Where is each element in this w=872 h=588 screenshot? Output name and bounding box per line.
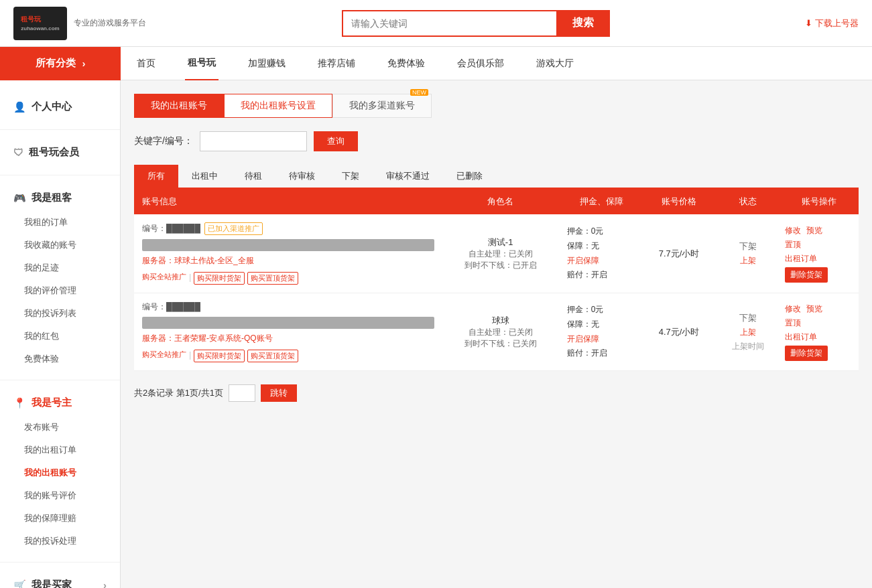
- account-info-2: 编号：██████ ████████████████████ 服务器：王者荣耀-…: [142, 301, 434, 362]
- nav-item-join[interactable]: 加盟赚钱: [245, 47, 288, 80]
- promo-link-full-1[interactable]: 购买全站推广: [142, 272, 186, 285]
- account-name-blur-2: ████████████████████: [142, 317, 434, 329]
- query-button[interactable]: 查询: [314, 131, 358, 151]
- nav-item-vip[interactable]: 会员俱乐部: [454, 47, 507, 80]
- logo-area: 租号玩zuhaowan.com 专业的游戏服务平台: [13, 7, 146, 40]
- edit-btn-2[interactable]: 修改: [785, 303, 801, 315]
- sidebar-item-complaint-handle[interactable]: 我的投诉处理: [0, 530, 120, 553]
- user-icon: 👤: [13, 101, 26, 113]
- sidebar-section-profile: 👤 个人中心: [0, 87, 120, 127]
- sidebar-item-profile[interactable]: 👤 个人中心: [0, 94, 120, 120]
- all-category-label: 所有分类: [36, 57, 76, 70]
- edit-btn-1[interactable]: 修改: [785, 225, 801, 236]
- sidebar-title-renter[interactable]: 🎮 我是租客: [0, 185, 120, 211]
- sidebar-item-review[interactable]: 我的评价管理: [0, 279, 120, 302]
- divider-1: [0, 129, 120, 130]
- cell-deposit-2: 押金：0元 保障：无 开启保障 赔付：开启: [562, 293, 641, 371]
- all-category-button[interactable]: 所有分类 ›: [0, 47, 121, 80]
- sidebar-item-vip[interactable]: 🛡 租号玩会员: [0, 139, 120, 165]
- filter-tab-review[interactable]: 待审核: [275, 165, 328, 188]
- page-input[interactable]: [229, 384, 255, 402]
- search-label: 关键字/编号：: [134, 135, 193, 147]
- status-up-link-1[interactable]: 上架: [740, 255, 756, 267]
- order-btn-2[interactable]: 出租订单: [785, 332, 817, 343]
- promo-link-full-2[interactable]: 购买全站推广: [142, 350, 186, 362]
- deposit-value-1: 押金：0元: [567, 224, 636, 239]
- filter-tab-all[interactable]: 所有: [134, 165, 178, 188]
- nav-item-hall[interactable]: 游戏大厅: [534, 47, 576, 80]
- header: 租号玩zuhaowan.com 专业的游戏服务平台 搜索 ⬇ 下载上号器: [0, 0, 872, 47]
- tab-multi-channel[interactable]: 我的多渠道账号: [332, 94, 432, 118]
- sidebar-item-free-trial[interactable]: 免费体验: [0, 348, 120, 370]
- offline-2: 到时不下线：已关闭: [445, 338, 556, 350]
- cell-account-info-2: 编号：██████ ████████████████████ 服务器：王者荣耀-…: [134, 293, 440, 371]
- cell-price-1: 7.7元/小时: [641, 214, 717, 293]
- sidebar-item-coupon[interactable]: 我的红包: [0, 325, 120, 348]
- nav-item-zuhaowan[interactable]: 租号玩: [185, 47, 219, 80]
- delete-btn-1[interactable]: 删除货架: [785, 267, 828, 283]
- status-up-time-2[interactable]: 上架时间: [732, 341, 764, 352]
- search-input[interactable]: [342, 10, 556, 37]
- compensation-1: 赔付：开启: [567, 268, 636, 283]
- filter-tab-rejected[interactable]: 审核不通过: [373, 165, 443, 188]
- preview-btn-2[interactable]: 预览: [806, 303, 822, 315]
- cell-actions-1: 修改 预览 置顶 出租订单 删除货架: [780, 214, 859, 293]
- filter-tab-deleted[interactable]: 已删除: [443, 165, 496, 188]
- jump-button[interactable]: 跳转: [261, 384, 297, 402]
- promo-link-time-2[interactable]: 购买限时货架: [194, 350, 245, 362]
- keyword-input[interactable]: [200, 131, 307, 151]
- table-row: 编号：██████ 已加入渠道推广 ████████████████████ 服…: [134, 214, 859, 293]
- promo-link-time-1[interactable]: 购买限时货架: [194, 272, 245, 285]
- sidebar-item-rent-orders[interactable]: 我的出租订单: [0, 439, 120, 461]
- account-id-1: 编号：██████ 已加入渠道推广: [142, 222, 434, 235]
- sidebar-item-complaint[interactable]: 我的投诉列表: [0, 302, 120, 325]
- sidebar-item-buyer[interactable]: 🛒 我是买家 ›: [0, 572, 120, 588]
- filter-tab-pending[interactable]: 待租: [231, 165, 275, 188]
- tab-row: 我的出租账号 我的出租账号设置 我的多渠道账号: [134, 94, 859, 118]
- sidebar-item-guarantee[interactable]: 我的保障理赔: [0, 507, 120, 530]
- promo-link-top-2[interactable]: 购买置顶货架: [247, 350, 298, 362]
- sidebar-item-favorites[interactable]: 我收藏的账号: [0, 234, 120, 256]
- nav-items: 首页 租号玩 加盟赚钱 推荐店铺 免费体验 会员俱乐部 游戏大厅: [121, 47, 859, 80]
- sidebar-item-account-review[interactable]: 我的账号评价: [0, 484, 120, 507]
- top-btn-1[interactable]: 置顶: [785, 239, 801, 250]
- col-price: 账号价格: [641, 189, 717, 214]
- delete-btn-2[interactable]: 删除货架: [785, 346, 828, 361]
- nav-item-home[interactable]: 首页: [134, 47, 158, 80]
- price-1: 7.7元/小时: [659, 248, 700, 259]
- self-process-1: 自主处理：已关闭: [445, 248, 556, 260]
- gamepad-icon: 🎮: [13, 192, 26, 204]
- tab-rent-settings[interactable]: 我的出租账号设置: [224, 94, 332, 118]
- action-cell-2: 修改 预览 置顶 出租订单 删除货架: [785, 303, 853, 361]
- channel-badge-1: 已加入渠道推广: [204, 222, 263, 235]
- tab-my-rent-accounts[interactable]: 我的出租账号: [134, 94, 224, 118]
- filter-tab-offline[interactable]: 下架: [328, 165, 373, 188]
- open-security-1[interactable]: 开启保障: [567, 254, 636, 269]
- offline-1: 到时不下线：已开启: [445, 260, 556, 271]
- open-security-2[interactable]: 开启保障: [567, 332, 636, 347]
- download-link[interactable]: ⬇ 下载上号器: [805, 17, 859, 29]
- search-button[interactable]: 搜索: [556, 10, 610, 37]
- nav-item-free[interactable]: 免费体验: [385, 47, 428, 80]
- filter-tab-renting[interactable]: 出租中: [178, 165, 231, 188]
- server-info-2: 服务器：王者荣耀-安卓系统-QQ账号: [142, 333, 434, 344]
- sidebar-title-host[interactable]: 📍 我是号主: [0, 390, 120, 416]
- promo-link-top-1[interactable]: 购买置顶货架: [247, 272, 298, 285]
- content-area: 我的出租账号 我的出租账号设置 我的多渠道账号 关键字/编号： 查询 所有 出租…: [121, 80, 872, 588]
- cell-deposit-1: 押金：0元 保障：无 开启保障 赔付：开启: [562, 214, 641, 293]
- nav-bar: 所有分类 › 首页 租号玩 加盟赚钱 推荐店铺 免费体验 会员俱乐部 游戏大厅: [0, 47, 872, 80]
- sidebar-item-footprint[interactable]: 我的足迹: [0, 256, 120, 279]
- top-btn-2[interactable]: 置顶: [785, 317, 801, 329]
- nav-item-recommend[interactable]: 推荐店铺: [315, 47, 358, 80]
- status-up-link-2[interactable]: 上架: [740, 327, 756, 338]
- sidebar-item-publish[interactable]: 发布账号: [0, 416, 120, 439]
- sidebar-item-my-orders[interactable]: 我租的订单: [0, 211, 120, 234]
- preview-btn-1[interactable]: 预览: [806, 225, 822, 236]
- order-btn-1[interactable]: 出租订单: [785, 253, 817, 265]
- cell-price-2: 4.7元/小时: [641, 293, 717, 371]
- sidebar-item-rent-accounts[interactable]: 我的出租账号: [0, 461, 120, 484]
- sidebar-section-host: 📍 我是号主 发布账号 我的出租订单 我的出租账号 我的账号评价 我的保障理赔 …: [0, 383, 120, 559]
- download-icon: ⬇: [805, 18, 812, 28]
- cell-status-1: 下架 上架: [717, 214, 780, 293]
- chevron-right-icon: ›: [82, 58, 86, 69]
